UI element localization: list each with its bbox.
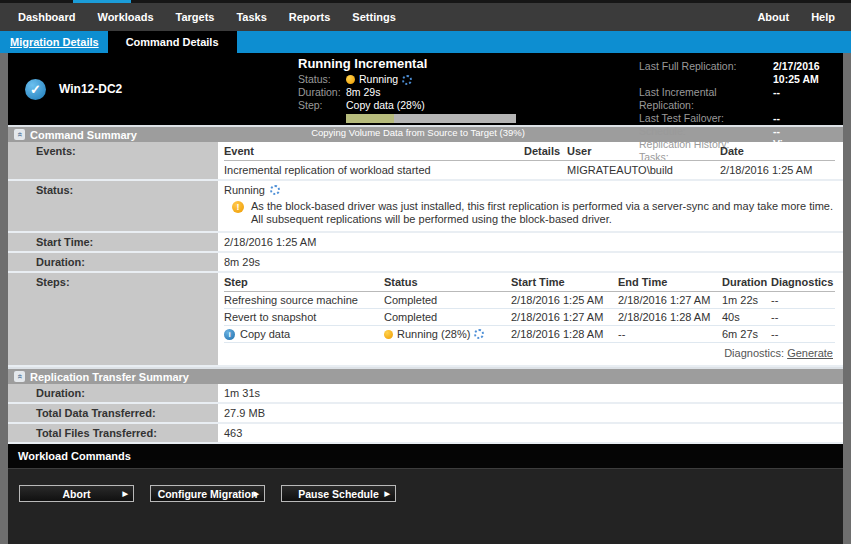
status-label: Status: — [298, 73, 346, 86]
collapse-icon[interactable]: « — [14, 129, 25, 140]
tab-command-details[interactable]: Command Details — [108, 31, 237, 53]
workload-commands-area: Abort ▶ Configure Migration ▶ Pause Sche… — [8, 469, 843, 544]
transfer-duration-label: Duration: — [8, 384, 218, 402]
step-row-revert: Revert to snapshot Completed 2/18/2016 1… — [224, 309, 835, 326]
workload-commands-header: Workload Commands — [8, 444, 843, 469]
col-user: User — [567, 145, 720, 157]
event-row: Incremental replication of workload star… — [224, 161, 835, 179]
step-diagnostics-cell: -- — [771, 328, 835, 340]
start-time-row: Start Time: 2/18/2016 1:25 AM — [8, 233, 843, 253]
status-value: Running — [359, 73, 398, 86]
nav-about[interactable]: About — [757, 11, 789, 23]
workload-name: Win12-DC2 — [59, 82, 122, 96]
step-end-cell: -- — [618, 328, 722, 340]
generate-diagnostics-link[interactable]: Generate — [787, 347, 833, 359]
total-data-value: 27.9 MB — [224, 404, 835, 422]
tab-migration-details[interactable]: Migration Details — [10, 36, 99, 48]
replication-meta-panel: Last Full Replication:2/17/2016 10:25 AM… — [639, 53, 843, 125]
nav-right-group: About Help — [735, 11, 835, 23]
status-row: Status: Running ! As the block-based dri… — [8, 181, 843, 233]
arrow-right-icon: ▶ — [254, 490, 259, 497]
transfer-duration-value: 1m 31s — [224, 384, 835, 402]
meta-label: Schedule: — [639, 125, 773, 138]
step-row-copy-data: i Copy data Running (28%) 2/18/2016 1:28… — [224, 326, 835, 343]
abort-button[interactable]: Abort ▶ — [19, 485, 134, 502]
warning-icon: ! — [232, 201, 244, 213]
duration-value: 8m 29s — [346, 86, 380, 99]
total-data-row: Total Data Transferred: 27.9 MB — [8, 404, 843, 424]
collapse-icon[interactable]: « — [14, 371, 25, 382]
spinner-icon — [474, 329, 484, 339]
total-data-label: Total Data Transferred: — [8, 404, 218, 422]
nav-tasks[interactable]: Tasks — [236, 11, 266, 23]
schedule-value: -- — [773, 125, 780, 138]
duration-row-label: Duration: — [8, 253, 218, 271]
col-event: Event — [224, 145, 524, 157]
user-cell: MIGRATEAUTO\build — [567, 164, 720, 176]
events-row: Events: Event Details User Date Incremen… — [8, 142, 843, 181]
info-icon[interactable]: i — [224, 329, 235, 340]
duration-row: Duration: 8m 29s — [8, 253, 843, 273]
start-time-label: Start Time: — [8, 233, 218, 251]
top-strip — [0, 0, 851, 3]
meta-label: Last Incremental Replication: — [639, 86, 773, 112]
last-incremental-replication-value: -- — [773, 86, 780, 112]
steps-table-header: Step Status Start Time End Time Duration… — [224, 273, 835, 292]
app-window: Dashboard Workloads Targets Tasks Report… — [0, 0, 851, 544]
col-start-time: Start Time — [511, 276, 618, 288]
workload-identity: ✓ Win12-DC2 — [8, 53, 298, 125]
meta-label: Last Test Failover: — [639, 112, 773, 125]
step-cell: Copy data — [240, 328, 290, 340]
nav-workloads[interactable]: Workloads — [97, 11, 153, 23]
date-cell: 2/18/2016 1:25 AM — [720, 164, 835, 176]
command-summary-title: Command Summary — [30, 129, 137, 141]
spinner-icon — [270, 185, 280, 195]
command-title: Running Incremental — [298, 56, 548, 71]
step-status-cell: Completed — [384, 294, 511, 306]
transfer-summary-header: « Replication Transfer Summary — [8, 367, 843, 384]
progress-caption: Copying Volume Data from Source to Targe… — [298, 127, 538, 138]
col-date: Date — [720, 145, 835, 157]
start-time-value: 2/18/2016 1:25 AM — [224, 233, 835, 251]
last-full-replication-value: 2/17/2016 10:25 AM — [773, 60, 833, 86]
col-end-time: End Time — [618, 276, 722, 288]
step-start-cell: 2/18/2016 1:27 AM — [511, 311, 618, 323]
top-nav: Dashboard Workloads Targets Tasks Report… — [0, 3, 851, 31]
step-row-refresh: Refreshing source machine Completed 2/18… — [224, 292, 835, 309]
step-duration-cell: 1m 22s — [722, 294, 771, 306]
workload-ok-icon: ✓ — [25, 79, 46, 100]
transfer-summary-title: Replication Transfer Summary — [30, 371, 189, 383]
driver-note-text: As the block-based driver was just insta… — [251, 200, 835, 226]
col-step: Step — [224, 276, 384, 288]
status-dot-icon — [384, 330, 393, 339]
nav-targets[interactable]: Targets — [176, 11, 215, 23]
transfer-duration-row: Duration: 1m 31s — [8, 384, 843, 404]
configure-migration-button-label: Configure Migration — [158, 488, 258, 500]
active-nav-indicator — [73, 0, 131, 3]
meta-label: Last Full Replication: — [639, 60, 773, 86]
total-files-label: Total Files Transferred: — [8, 424, 218, 442]
command-duration-value: 8m 29s — [224, 253, 835, 271]
steps-label: Steps: — [8, 273, 218, 365]
pause-schedule-button-label: Pause Schedule — [298, 488, 379, 500]
step-end-cell: 2/18/2016 1:28 AM — [618, 311, 722, 323]
nav-reports[interactable]: Reports — [289, 11, 331, 23]
arrow-right-icon: ▶ — [123, 490, 128, 497]
spinner-icon — [402, 75, 412, 85]
last-test-failover-value: -- — [773, 112, 780, 125]
step-duration-cell: 6m 27s — [722, 328, 771, 340]
nav-settings[interactable]: Settings — [352, 11, 395, 23]
step-label: Step: — [298, 99, 346, 112]
content-frame: ✓ Win12-DC2 Running Incremental Status: … — [8, 53, 843, 544]
status-dot-icon — [346, 75, 355, 84]
events-table-header: Event Details User Date — [224, 142, 835, 161]
step-value: Copy data (28%) — [346, 99, 425, 112]
nav-dashboard[interactable]: Dashboard — [18, 11, 75, 23]
configure-migration-button[interactable]: Configure Migration ▶ — [150, 485, 265, 502]
nav-help[interactable]: Help — [811, 11, 835, 23]
pause-schedule-button[interactable]: Pause Schedule ▶ — [281, 485, 396, 502]
step-duration-cell: 40s — [722, 311, 771, 323]
step-start-cell: 2/18/2016 1:25 AM — [511, 294, 618, 306]
col-details: Details — [524, 145, 567, 157]
col-status: Status — [384, 276, 511, 288]
